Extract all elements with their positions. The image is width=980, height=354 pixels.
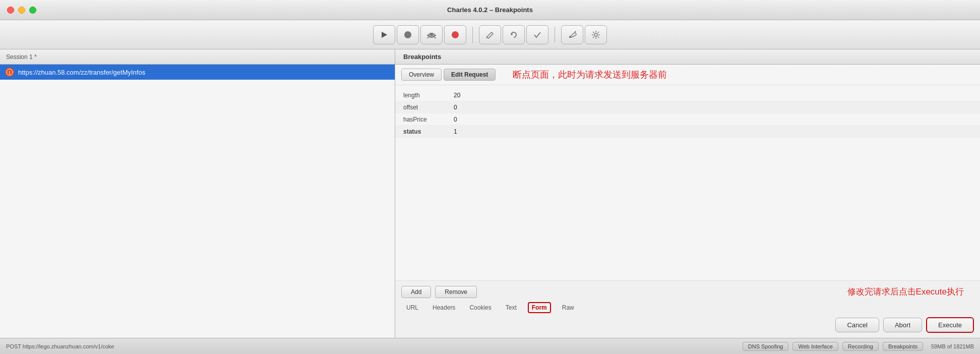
row-key-length: length: [403, 92, 454, 99]
toolbar: [0, 20, 980, 49]
svg-line-5: [427, 37, 428, 38]
main-area: Session 1 * ! https://zhuan.58.com/zz/tr…: [0, 49, 980, 338]
row-key-status: status: [403, 128, 454, 135]
status-size: 59MB of 1821MB: [931, 343, 974, 349]
toolbar-separator-2: [555, 27, 555, 43]
tab-headers[interactable]: Headers: [430, 303, 458, 313]
svg-text:!: !: [9, 70, 11, 75]
tab-cookies[interactable]: Cookies: [466, 303, 494, 313]
action-buttons-row: Cancel Abort Execute: [401, 317, 974, 333]
svg-marker-11: [511, 33, 513, 35]
row-val-status: 1: [454, 128, 484, 135]
tab-raw[interactable]: Raw: [559, 303, 577, 313]
bottom-controls: Add Remove 修改完请求后点击Execute执行 URL Headers…: [395, 280, 980, 338]
row-val-length: 20: [454, 92, 484, 99]
toolbar-group-right: [479, 25, 548, 44]
breakpoints-header: Breakpoints: [395, 49, 980, 65]
svg-point-4: [430, 33, 433, 36]
svg-point-12: [569, 36, 571, 38]
table-row: status 1: [395, 126, 980, 138]
tab-overview[interactable]: Overview: [401, 69, 442, 81]
maximize-button[interactable]: [29, 7, 36, 14]
left-panel: Session 1 * ! https://zhuan.58.com/zz/tr…: [0, 49, 395, 338]
turtle-btn[interactable]: [420, 25, 443, 44]
abort-button[interactable]: Abort: [883, 318, 922, 332]
badge-recording[interactable]: Recording: [842, 342, 879, 351]
tools-btn[interactable]: [561, 25, 583, 44]
record-btn[interactable]: [444, 25, 466, 44]
top-tabs-row: Overview Edit Request 断点页面，此时为请求发送到服务器前: [395, 65, 980, 85]
settings-btn[interactable]: [585, 25, 607, 44]
svg-line-6: [435, 37, 436, 38]
execute-annotation: 修改完请求后点击Execute执行: [481, 286, 974, 298]
toolbar-group-left: [373, 25, 466, 44]
cancel-button[interactable]: Cancel: [835, 318, 879, 332]
tab-text[interactable]: Text: [503, 303, 520, 313]
badge-breakpoints[interactable]: Breakpoints: [883, 342, 923, 351]
start-btn[interactable]: [373, 25, 395, 44]
right-panel: Breakpoints Overview Edit Request 断点页面，此…: [395, 49, 980, 338]
table-row: offset 0: [395, 101, 980, 113]
toolbar-group-extra: [561, 25, 607, 44]
session-item[interactable]: ! https://zhuan.58.com/zz/transfer/getMy…: [0, 65, 395, 80]
add-button[interactable]: Add: [401, 286, 431, 298]
badge-web-interface[interactable]: Web Interface: [792, 342, 838, 351]
svg-line-13: [575, 31, 576, 32]
status-post-url: POST https://lego.zhuanzhuan.com/v1/coke: [6, 343, 739, 349]
breakpoints-content: Overview Edit Request 断点页面，此时为请求发送到服务器前 …: [395, 65, 980, 338]
table-row: hasPrice 0: [395, 113, 980, 126]
svg-marker-0: [382, 32, 387, 38]
breakpoints-title: Breakpoints: [403, 53, 441, 61]
session-url: https://zhuan.58.com/zz/transfer/getMyIn…: [18, 69, 145, 76]
bottom-tabs-row: URL Headers Cookies Text Form Raw: [401, 302, 974, 313]
title-bar: Charles 4.0.2 – Breakpoints: [0, 0, 980, 20]
window-title: Charles 4.0.2 – Breakpoints: [447, 6, 533, 14]
remove-button[interactable]: Remove: [435, 286, 477, 298]
toolbar-separator-1: [472, 27, 473, 43]
svg-point-1: [404, 31, 411, 38]
row-key-hasprice: hasPrice: [403, 116, 454, 123]
session-icon: !: [5, 68, 14, 77]
stop-btn[interactable]: [397, 25, 419, 44]
session-title: Session 1 *: [6, 53, 37, 61]
row-val-offset: 0: [454, 104, 484, 111]
tab-form[interactable]: Form: [528, 302, 551, 313]
row-key-offset: offset: [403, 104, 454, 111]
refresh-btn[interactable]: [503, 25, 525, 44]
tab-url[interactable]: URL: [403, 303, 421, 313]
badge-dns-spoofing[interactable]: DNS Spoofing: [743, 342, 789, 351]
check-btn[interactable]: [526, 25, 548, 44]
close-button[interactable]: [7, 7, 14, 14]
annotation-before-server: 断点页面，此时为请求发送到服务器前: [513, 69, 667, 81]
row-val-hasprice: 0: [454, 116, 484, 123]
status-bar: POST https://lego.zhuanzhuan.com/v1/coke…: [0, 338, 980, 354]
table-row: length 20: [395, 89, 980, 101]
minimize-button[interactable]: [18, 7, 25, 14]
pen-btn[interactable]: [479, 25, 501, 44]
data-table: length 20 offset 0 hasPrice 0 status 1: [395, 85, 980, 280]
session-list: ! https://zhuan.58.com/zz/transfer/getMy…: [0, 65, 395, 338]
add-remove-row: Add Remove 修改完请求后点击Execute执行: [401, 286, 974, 298]
window-controls[interactable]: [7, 7, 36, 14]
svg-line-10: [486, 37, 487, 38]
svg-point-14: [594, 33, 597, 36]
tab-edit-request[interactable]: Edit Request: [444, 69, 496, 81]
svg-point-9: [452, 31, 459, 38]
session-header: Session 1 *: [0, 49, 395, 65]
execute-button[interactable]: Execute: [926, 317, 974, 333]
